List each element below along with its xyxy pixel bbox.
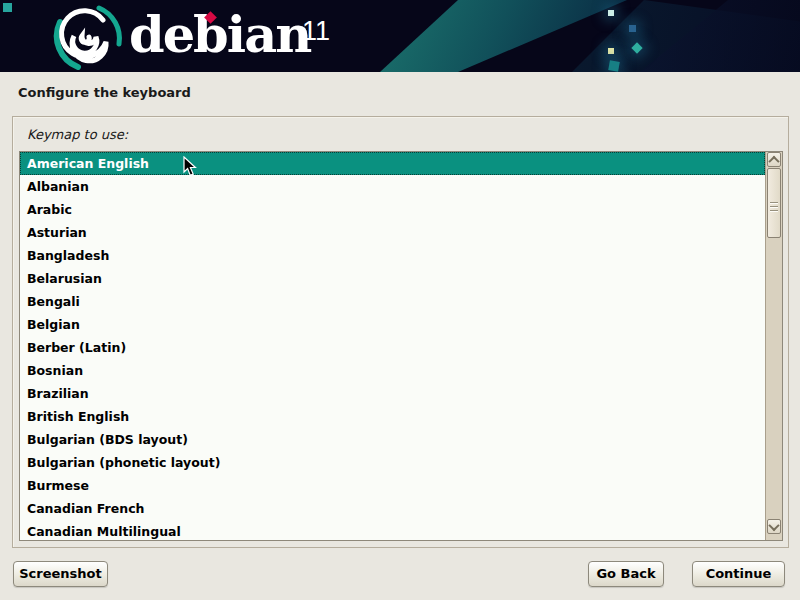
banner-accent-square: [608, 10, 614, 16]
keymap-rows: American English Albanian Arabic Asturia…: [20, 152, 765, 541]
list-item[interactable]: Bulgarian (phonetic layout): [20, 451, 765, 474]
list-item[interactable]: Belgian: [20, 313, 765, 336]
list-item[interactable]: Berber (Latin): [20, 336, 765, 359]
page-title: Configure the keyboard: [18, 85, 191, 100]
scroll-down-button[interactable]: [767, 519, 781, 534]
scrollbar-grip: [770, 200, 778, 214]
list-item[interactable]: Albanian: [20, 175, 765, 198]
debian-banner: debian 11: [0, 0, 800, 72]
brand-wordmark: debian: [129, 3, 310, 65]
list-item[interactable]: Bulgarian (BDS layout): [20, 428, 765, 451]
list-item[interactable]: Belarusian: [20, 267, 765, 290]
continue-button[interactable]: Continue: [692, 561, 785, 587]
version-number: 11: [302, 16, 330, 46]
keymap-label: Keymap to use:: [27, 127, 128, 142]
banner-corner-square: [3, 3, 12, 12]
scrollbar-thumb[interactable]: [767, 168, 781, 238]
debian-swirl-icon: [46, 4, 130, 70]
list-item[interactable]: British English: [20, 405, 765, 428]
mouse-cursor: [183, 156, 197, 177]
list-item[interactable]: Brazilian: [20, 382, 765, 405]
banner-accent-square: [629, 25, 636, 32]
list-item[interactable]: Canadian Multilingual: [20, 520, 765, 541]
list-item[interactable]: Bengali: [20, 290, 765, 313]
scroll-up-button[interactable]: [767, 152, 781, 167]
chevron-down-icon: [768, 519, 779, 530]
list-item[interactable]: Bangladesh: [20, 244, 765, 267]
banner-accent-square: [608, 48, 614, 54]
list-item[interactable]: Arabic: [20, 198, 765, 221]
keymap-panel: Keymap to use: American English Albanian…: [12, 116, 789, 548]
go-back-button[interactable]: Go Back: [588, 561, 664, 587]
list-item[interactable]: Burmese: [20, 474, 765, 497]
list-item[interactable]: Canadian French: [20, 497, 765, 520]
banner-accent-square: [608, 60, 620, 72]
list-item-selected[interactable]: American English: [20, 152, 765, 175]
scrollbar[interactable]: [765, 152, 782, 540]
chevron-up-icon: [768, 155, 779, 166]
list-item[interactable]: Bosnian: [20, 359, 765, 382]
installer-window: debian 11 Configure the keyboard Keymap …: [0, 0, 800, 600]
keymap-listbox[interactable]: American English Albanian Arabic Asturia…: [19, 151, 783, 541]
screenshot-button[interactable]: Screenshot: [13, 561, 108, 587]
list-item[interactable]: Asturian: [20, 221, 765, 244]
